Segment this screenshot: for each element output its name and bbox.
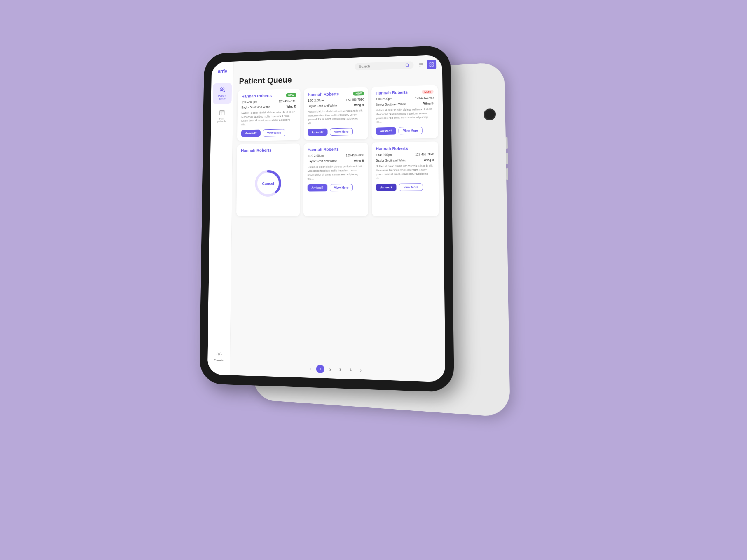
- view-more-button[interactable]: View More: [330, 184, 353, 191]
- card-facility-row: Baylor Scott and White Wing B: [376, 102, 434, 106]
- patient-card: Hannah Roberts NEW 1:00-2:00pm 123-456-7…: [304, 87, 368, 140]
- card-notes: Nullam id dolor id nibh ultrices vehicul…: [376, 107, 434, 124]
- card-header: Hannah Roberts NEW: [308, 91, 364, 97]
- sidebar-item-patient-queue[interactable]: Patient queue: [213, 83, 232, 104]
- card-info-row: 1:00-2:00pm 123-456-7890: [308, 98, 364, 102]
- card-info-row: 1:00-2:00pm 123-456-7890: [241, 100, 297, 104]
- patient-card: Hannah Roberts LATE 1:00-2:00pm 123-456-…: [371, 85, 438, 139]
- search-placeholder: Search: [359, 63, 404, 69]
- arrived-button[interactable]: Arrived?: [308, 129, 327, 136]
- card-patient-name: Hannah Roberts: [308, 147, 339, 152]
- svg-rect-8: [432, 63, 433, 64]
- cards-grid: Hannah Roberts NEW 1:00-2:00pm 123-456-7…: [230, 85, 445, 365]
- past-patients-label: Past patients: [214, 117, 229, 123]
- cancel-label[interactable]: Cancel: [262, 181, 274, 186]
- card-phone: 123-456-7890: [346, 154, 364, 157]
- svg-rect-9: [430, 65, 431, 66]
- card-phone: 123-456-7890: [415, 96, 434, 100]
- card-facility: Baylor Scott and White: [308, 104, 337, 108]
- page-prev-button[interactable]: ‹: [306, 364, 314, 373]
- card-header: Hannah Roberts: [241, 148, 296, 153]
- card-patient-name: Hannah Roberts: [241, 148, 272, 153]
- card-facility: Baylor Scott and White: [308, 160, 337, 163]
- card-time: 1:00-2:00pm: [376, 153, 392, 157]
- view-more-button[interactable]: View More: [399, 183, 423, 191]
- card-facility: Baylor Scott and White: [376, 159, 406, 162]
- search-bar[interactable]: Search: [355, 61, 413, 70]
- list-view-button[interactable]: [416, 60, 426, 70]
- card-wing: Wing B: [287, 105, 297, 108]
- card-notes: Nullam id dolor id nibh ultrices vehicul…: [308, 109, 364, 126]
- status-badge: LATE: [422, 89, 434, 94]
- card-time: 1:00-2:00pm: [376, 98, 392, 101]
- page-3-button[interactable]: 3: [336, 365, 344, 374]
- svg-rect-10: [432, 65, 433, 66]
- controls-label: Controls: [214, 359, 224, 362]
- page-1-button[interactable]: 1: [316, 365, 324, 373]
- past-patients-icon: [218, 109, 225, 116]
- patient-queue-icon: [219, 86, 226, 93]
- search-icon: [405, 63, 409, 67]
- arrived-button[interactable]: Arrived?: [241, 130, 261, 137]
- card-header: Hannah Roberts: [308, 147, 364, 152]
- patient-card: Hannah Roberts Cancel: [236, 143, 300, 216]
- card-wing: Wing B: [424, 158, 434, 162]
- card-header: Hannah Roberts NEW: [241, 93, 297, 99]
- card-info-row: 1:00-2:00pm 123-456-7890: [376, 96, 434, 101]
- tablet-device: arrîv Patient queue: [199, 46, 454, 392]
- camera-lens: [484, 108, 496, 121]
- card-actions: Arrived? View More: [307, 184, 364, 192]
- view-more-button[interactable]: View More: [263, 129, 285, 137]
- patient-card: Hannah Roberts 1:00-2:00pm 123-456-7890 …: [372, 141, 439, 216]
- svg-rect-1: [220, 110, 224, 115]
- card-facility: Baylor Scott and White: [241, 106, 270, 109]
- view-more-button[interactable]: View More: [330, 128, 353, 136]
- page-next-button[interactable]: ›: [357, 366, 365, 375]
- sidebar: arrîv Patient queue: [207, 61, 234, 375]
- card-phone: 123-456-7890: [279, 100, 297, 103]
- svg-rect-7: [430, 63, 431, 64]
- view-more-button[interactable]: View More: [398, 127, 422, 134]
- card-facility-row: Baylor Scott and White Wing B: [241, 105, 297, 109]
- card-info-row: 1:00-2:00pm 123-456-7890: [308, 154, 364, 158]
- page-2-button[interactable]: 2: [326, 365, 334, 374]
- card-patient-name: Hannah Roberts: [376, 90, 408, 95]
- sidebar-bottom: Controls: [209, 347, 229, 368]
- page-4-button[interactable]: 4: [346, 366, 355, 374]
- svg-point-2: [218, 353, 220, 355]
- card-actions: Arrived? View More: [308, 128, 364, 136]
- grid-view-button[interactable]: [427, 60, 436, 70]
- card-wing: Wing B: [354, 159, 364, 162]
- controls-icon: [215, 351, 222, 358]
- card-info-row: 1:00-2:00pm 123-456-7890: [376, 153, 434, 157]
- card-facility-row: Baylor Scott and White Wing B: [308, 103, 364, 108]
- card-patient-name: Hannah Roberts: [376, 146, 408, 151]
- svg-point-0: [220, 87, 222, 89]
- card-wing: Wing B: [423, 102, 434, 105]
- sidebar-item-controls[interactable]: Controls: [209, 347, 229, 366]
- cancel-card-body: Cancel: [240, 155, 296, 212]
- app-logo: arrîv: [218, 68, 227, 74]
- cancel-ring: Cancel: [254, 169, 282, 198]
- sidebar-item-past-patients[interactable]: Past patients: [212, 106, 231, 127]
- status-badge: NEW: [353, 91, 364, 96]
- card-facility-row: Baylor Scott and White Wing B: [376, 158, 434, 162]
- card-notes: Nullam id dolor id nibh ultrices vehicul…: [307, 165, 364, 181]
- card-time: 1:00-2:00pm: [308, 154, 324, 158]
- app-container: arrîv Patient queue: [207, 55, 445, 382]
- patient-queue-label: Patient queue: [215, 94, 229, 101]
- patient-card: Hannah Roberts 1:00-2:00pm 123-456-7890 …: [303, 143, 368, 216]
- arrived-button[interactable]: Arrived?: [307, 184, 327, 191]
- patient-card: Hannah Roberts NEW 1:00-2:00pm 123-456-7…: [237, 89, 300, 141]
- card-facility: Baylor Scott and White: [376, 102, 406, 106]
- card-facility-row: Baylor Scott and White Wing B: [308, 159, 364, 163]
- status-badge: NEW: [286, 93, 297, 97]
- card-time: 1:00-2:00pm: [241, 100, 257, 104]
- arrived-button[interactable]: Arrived?: [376, 127, 396, 135]
- card-actions: Arrived? View More: [376, 183, 434, 191]
- main-content: Search: [230, 55, 445, 382]
- card-header: Hannah Roberts LATE: [376, 89, 434, 96]
- arrived-button[interactable]: Arrived?: [376, 184, 396, 191]
- card-notes: Nullam id dolor id nibh ultrices vehicul…: [376, 164, 434, 180]
- card-notes: Nullam id dolor id nibh ultrices vehicul…: [241, 110, 296, 127]
